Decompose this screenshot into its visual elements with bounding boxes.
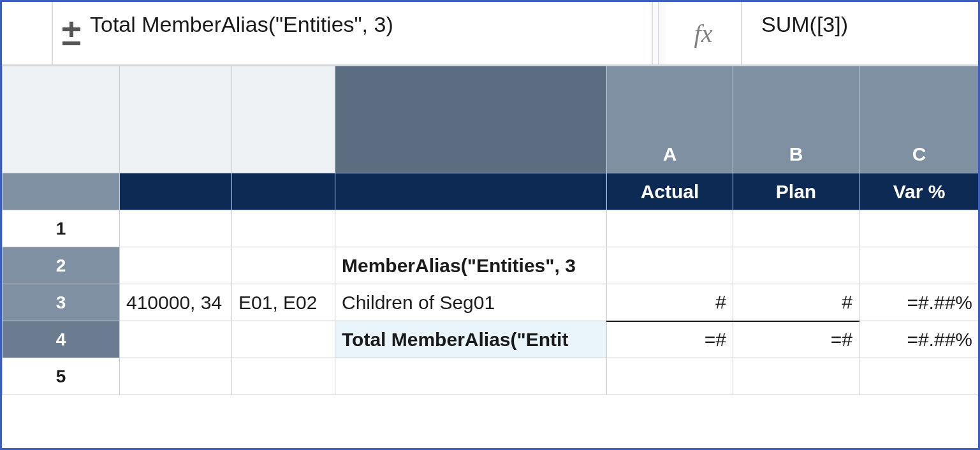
row-number-4[interactable]: 4: [3, 321, 120, 358]
cell-total-label[interactable]: Total MemberAlias("Entit: [335, 321, 607, 358]
cell[interactable]: [120, 358, 232, 395]
cell-total-varpct[interactable]: =#.##%: [859, 321, 979, 358]
column-header-A[interactable]: A: [607, 66, 733, 173]
cell[interactable]: [859, 210, 979, 247]
table-row: 5: [3, 358, 979, 395]
subheader-plan[interactable]: Plan: [733, 173, 859, 210]
cell-plan[interactable]: #: [733, 284, 859, 321]
cell-children-seg[interactable]: Children of Seg01: [335, 284, 607, 321]
subheader-dim1[interactable]: [120, 173, 232, 210]
row-dim-header-3[interactable]: [335, 66, 607, 173]
design-grid: A B C Actual Plan Var % 1 2: [2, 66, 979, 395]
cell[interactable]: [232, 321, 335, 358]
column-header-C[interactable]: C: [859, 66, 979, 173]
cell-total-actual[interactable]: =#: [607, 321, 733, 358]
subheader-actual[interactable]: Actual: [607, 173, 733, 210]
row-leader-blank: [2, 2, 53, 64]
cell[interactable]: [120, 321, 232, 358]
cell[interactable]: [232, 247, 335, 284]
cell[interactable]: [120, 210, 232, 247]
column-label-row: Actual Plan Var %: [3, 173, 979, 210]
formula-bar-spacer2: [659, 2, 666, 64]
column-header-B[interactable]: B: [733, 66, 859, 173]
formula-input[interactable]: SUM([3]): [742, 2, 978, 37]
cell[interactable]: [335, 358, 607, 395]
cell-accounts[interactable]: 410000, 34: [120, 284, 232, 321]
cell[interactable]: [120, 247, 232, 284]
table-row: 3 410000, 34 E01, E02 Children of Seg01 …: [3, 284, 979, 321]
cell[interactable]: [335, 210, 607, 247]
corner-cell[interactable]: [3, 66, 120, 173]
cell[interactable]: [859, 247, 979, 284]
cell[interactable]: [232, 210, 335, 247]
cell-total-plan[interactable]: =#: [733, 321, 859, 358]
subheader-dim3[interactable]: [335, 173, 607, 210]
table-row-selected: 4 Total MemberAlias("Entit =# =# =#.##%: [3, 321, 979, 358]
fx-icon[interactable]: fx: [666, 2, 742, 64]
row-number-2[interactable]: 2: [3, 247, 120, 284]
cell-name-box[interactable]: Total MemberAlias("Entities", 3): [90, 2, 649, 37]
cell[interactable]: [859, 358, 979, 395]
cell[interactable]: [232, 358, 335, 395]
subheader-dim2[interactable]: [232, 173, 335, 210]
formula-bar: Total MemberAlias("Entities", 3) fx SUM(…: [2, 2, 978, 66]
column-letter-row: A B C: [3, 66, 979, 173]
cell-actual[interactable]: #: [607, 284, 733, 321]
subheader-leader[interactable]: [3, 173, 120, 210]
cell[interactable]: [733, 358, 859, 395]
row-number-5[interactable]: 5: [3, 358, 120, 395]
formula-bar-spacer: [653, 2, 659, 64]
row-number-1[interactable]: 1: [3, 210, 120, 247]
cell-entities[interactable]: E01, E02: [232, 284, 335, 321]
cell[interactable]: [607, 247, 733, 284]
subheader-varpct[interactable]: Var %: [859, 173, 979, 210]
table-row: 1: [3, 210, 979, 247]
cell[interactable]: [733, 247, 859, 284]
expand-collapse-toggle[interactable]: [53, 20, 90, 46]
row-dim-header-1[interactable]: [120, 66, 232, 173]
cell[interactable]: [607, 358, 733, 395]
cell[interactable]: [733, 210, 859, 247]
cell-varpct[interactable]: =#.##%: [859, 284, 979, 321]
cell-member-alias[interactable]: MemberAlias("Entities", 3: [335, 247, 607, 284]
table-row: 2 MemberAlias("Entities", 3: [3, 247, 979, 284]
row-dim-header-2[interactable]: [232, 66, 335, 173]
cell[interactable]: [607, 210, 733, 247]
row-number-3[interactable]: 3: [3, 284, 120, 321]
report-designer-frame: Total MemberAlias("Entities", 3) fx SUM(…: [0, 0, 980, 450]
